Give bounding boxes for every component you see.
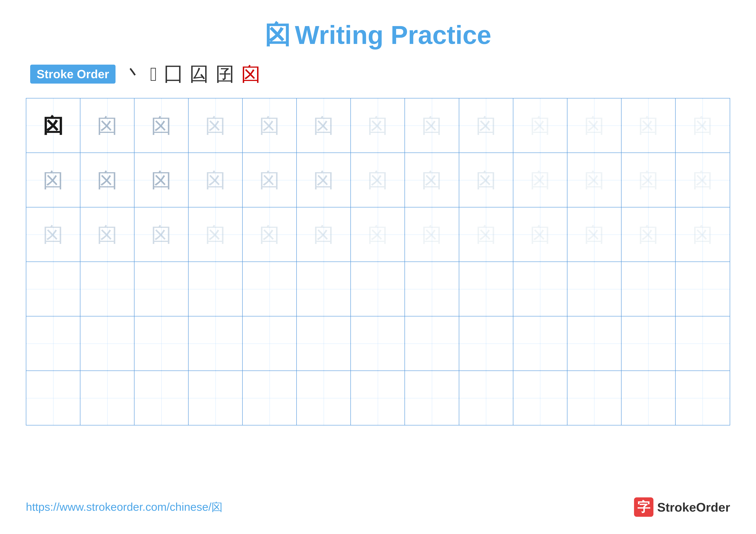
grid-cell[interactable]: 囟 — [405, 98, 459, 153]
grid-cell[interactable] — [513, 371, 567, 425]
logo-icon: 字 — [634, 497, 653, 517]
grid-cell[interactable] — [676, 371, 730, 425]
char-display: 囟 — [530, 115, 551, 136]
grid-cell[interactable] — [405, 371, 459, 425]
grid-cell[interactable]: 囟 — [676, 98, 730, 153]
grid-cell[interactable]: 囟 — [351, 207, 405, 262]
grid-cell[interactable]: 囟 — [243, 98, 297, 153]
grid-cell[interactable] — [459, 317, 513, 370]
grid-cell[interactable]: 囟 — [297, 98, 351, 153]
grid-cell[interactable] — [405, 262, 459, 316]
grid-cell[interactable] — [80, 371, 134, 425]
grid-cell[interactable]: 囟 — [676, 153, 730, 207]
grid-cell[interactable]: 囟 — [567, 207, 622, 262]
grid-cell[interactable]: 囟 — [459, 98, 513, 153]
char-display: 囟 — [97, 224, 118, 245]
grid-cell[interactable]: 囟 — [459, 207, 513, 262]
char-display: 囟 — [151, 170, 172, 190]
practice-grid: 囟 囟 囟 囟 囟 囟 囟 囟 囟 囟 囟 囟 囟 囟 囟 囟 囟 囟 囟 囟 … — [26, 98, 730, 425]
grid-cell[interactable] — [134, 317, 189, 370]
footer: https://www.strokeorder.com/chinese/囟 字 … — [26, 497, 730, 517]
char-display: 囟 — [530, 224, 551, 245]
char-display: 囟 — [584, 224, 605, 245]
grid-cell[interactable]: 囟 — [567, 98, 622, 153]
grid-cell[interactable] — [134, 371, 189, 425]
grid-cell[interactable] — [189, 262, 243, 316]
grid-cell[interactable]: 囟 — [134, 207, 189, 262]
char-display: 囟 — [205, 115, 226, 136]
grid-cell[interactable] — [243, 371, 297, 425]
grid-cell[interactable]: 囟 — [26, 207, 80, 262]
grid-cell[interactable]: 囟 — [26, 153, 80, 207]
char-display: 囟 — [584, 170, 605, 190]
grid-cell[interactable] — [351, 262, 405, 316]
grid-cell[interactable] — [513, 262, 567, 316]
grid-cell[interactable] — [622, 317, 676, 370]
grid-cell[interactable]: 囟 — [134, 98, 189, 153]
grid-cell[interactable] — [351, 317, 405, 370]
char-display: 囟 — [476, 115, 496, 136]
char-display: 囟 — [638, 170, 659, 190]
grid-cell[interactable]: 囟 — [513, 153, 567, 207]
grid-cell[interactable]: 囟 — [513, 207, 567, 262]
grid-cell[interactable] — [26, 262, 80, 316]
grid-cell[interactable]: 囟 — [80, 153, 134, 207]
char-display: 囟 — [476, 224, 496, 245]
grid-cell[interactable] — [676, 317, 730, 370]
grid-cell[interactable] — [26, 371, 80, 425]
grid-cell[interactable]: 囟 — [622, 98, 676, 153]
grid-cell[interactable] — [189, 371, 243, 425]
char-display: 囟 — [421, 170, 442, 190]
grid-cell[interactable]: 囟 — [189, 153, 243, 207]
grid-cell[interactable] — [243, 262, 297, 316]
grid-cell[interactable] — [351, 371, 405, 425]
grid-cell[interactable] — [134, 262, 189, 316]
grid-cell[interactable]: 囟 — [676, 207, 730, 262]
grid-cell[interactable] — [459, 262, 513, 316]
char-display: 囟 — [367, 170, 388, 190]
grid-cell[interactable]: 囟 — [26, 98, 80, 153]
grid-cell[interactable]: 囟 — [622, 153, 676, 207]
stroke-1: 丶 — [124, 61, 144, 87]
grid-cell[interactable]: 囟 — [80, 98, 134, 153]
grid-cell[interactable]: 囟 — [622, 207, 676, 262]
grid-cell[interactable] — [622, 262, 676, 316]
grid-cell[interactable] — [297, 371, 351, 425]
grid-row-3: 囟 囟 囟 囟 囟 囟 囟 囟 囟 囟 囟 囟 囟 — [26, 207, 730, 262]
grid-cell[interactable] — [676, 262, 730, 316]
grid-cell[interactable] — [80, 262, 134, 316]
grid-cell[interactable]: 囟 — [513, 98, 567, 153]
grid-cell[interactable] — [297, 317, 351, 370]
grid-cell[interactable] — [189, 317, 243, 370]
grid-cell[interactable]: 囟 — [351, 153, 405, 207]
grid-cell[interactable] — [459, 371, 513, 425]
grid-cell[interactable]: 囟 — [459, 153, 513, 207]
grid-cell[interactable]: 囟 — [567, 153, 622, 207]
footer-url[interactable]: https://www.strokeorder.com/chinese/囟 — [26, 499, 223, 515]
grid-cell[interactable] — [513, 317, 567, 370]
page: 囟 Writing Practice Stroke Order 丶 𠃌 囗 囜 … — [0, 0, 756, 534]
grid-cell[interactable]: 囟 — [134, 153, 189, 207]
char-display: 囟 — [205, 170, 226, 190]
grid-cell[interactable]: 囟 — [297, 207, 351, 262]
grid-cell[interactable]: 囟 — [243, 207, 297, 262]
grid-cell[interactable] — [80, 317, 134, 370]
grid-cell[interactable] — [243, 317, 297, 370]
grid-cell[interactable]: 囟 — [243, 153, 297, 207]
grid-cell[interactable]: 囟 — [189, 98, 243, 153]
grid-cell[interactable] — [567, 371, 622, 425]
grid-cell[interactable]: 囟 — [189, 207, 243, 262]
grid-cell[interactable] — [297, 262, 351, 316]
stroke-5: 囝 — [215, 61, 235, 87]
grid-cell[interactable]: 囟 — [297, 153, 351, 207]
grid-cell[interactable] — [567, 317, 622, 370]
grid-cell[interactable]: 囟 — [351, 98, 405, 153]
grid-cell[interactable] — [622, 371, 676, 425]
grid-cell[interactable] — [567, 262, 622, 316]
char-display: 囟 — [313, 115, 334, 136]
grid-cell[interactable]: 囟 — [405, 153, 459, 207]
grid-cell[interactable]: 囟 — [80, 207, 134, 262]
grid-cell[interactable] — [26, 317, 80, 370]
grid-cell[interactable]: 囟 — [405, 207, 459, 262]
grid-cell[interactable] — [405, 317, 459, 370]
